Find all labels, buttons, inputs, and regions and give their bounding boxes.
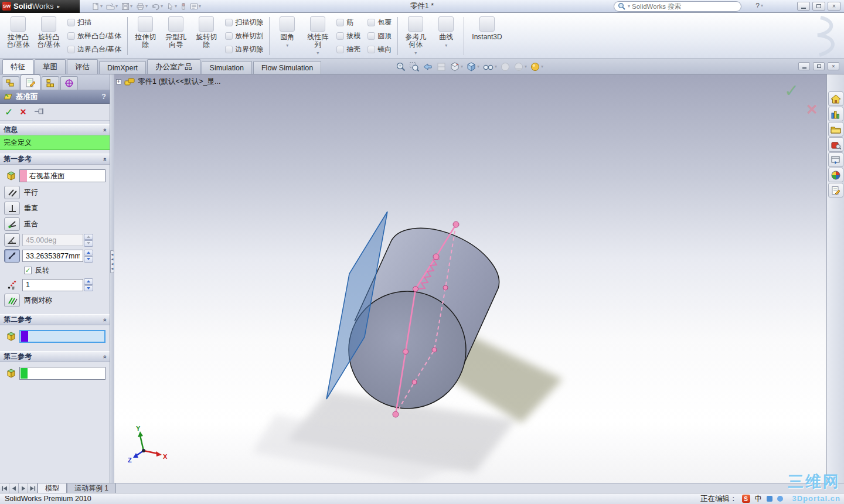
shell-button[interactable]: 抽壳 — [335, 44, 362, 55]
zoom-area-button[interactable] — [409, 61, 420, 73]
info-group-header[interactable]: 信息 » — [0, 124, 110, 135]
search-caret-icon[interactable]: ▾ — [628, 4, 630, 9]
feature-tree-flyout[interactable]: + 零件1 (默认<<默认>_显... — [116, 77, 220, 87]
expand-plus-icon[interactable]: + — [116, 79, 121, 84]
nav-next-button[interactable] — [19, 483, 28, 493]
third-reference-selection-box[interactable] — [19, 367, 106, 380]
revolved-cut-button[interactable]: 旋转切除 — [192, 15, 221, 57]
menu-expand-arrow-icon[interactable]: ▸ — [57, 4, 60, 9]
custom-properties-button[interactable] — [828, 183, 843, 197]
view-settings-button[interactable]: ▾ — [529, 61, 544, 73]
tab-simulation[interactable]: Simulation — [202, 61, 252, 74]
ime-language-indicator[interactable]: 中 — [755, 494, 763, 504]
first-reference-group-header[interactable]: 第一参考 » — [0, 154, 110, 165]
appearances-scenes-button[interactable] — [828, 168, 843, 182]
file-explorer-button[interactable] — [828, 122, 843, 137]
nav-prev-button[interactable] — [9, 483, 19, 493]
confirm-cancel-mark[interactable]: × — [806, 98, 818, 120]
view-palette-button[interactable] — [828, 152, 843, 167]
parallel-button[interactable] — [4, 186, 20, 199]
doc-close-button[interactable]: × — [828, 62, 839, 70]
edit-appearance-button[interactable] — [499, 61, 511, 73]
model-tab[interactable]: 模型 — [38, 483, 67, 493]
solidworks-resources-button[interactable] — [828, 91, 843, 106]
nav-last-button[interactable] — [28, 483, 38, 493]
rib-button[interactable]: 筋 — [335, 17, 362, 28]
tab-sketch[interactable]: 草图 — [35, 59, 66, 74]
tab-features[interactable]: 特征 — [2, 59, 33, 74]
options-button[interactable]: ▾ — [189, 2, 202, 11]
new-document-button[interactable]: ▾ — [90, 2, 104, 11]
graphics-viewport[interactable]: ✓ × Y X Z + 零件1 (默认<<默认>_显... — [111, 74, 826, 483]
minimize-button[interactable] — [797, 2, 810, 11]
perpendicular-button[interactable] — [4, 202, 20, 215]
flip-checkbox[interactable]: ✓ — [24, 267, 32, 274]
first-reference-selection-box[interactable]: 右视基准面 — [19, 169, 106, 182]
midplane-button[interactable] — [4, 294, 20, 307]
angle-spinner[interactable] — [84, 234, 93, 247]
undo-button[interactable]: ▾ — [150, 2, 164, 11]
close-button[interactable]: × — [828, 2, 840, 11]
pm-help-button[interactable]: ? — [101, 93, 106, 101]
plane-count-input[interactable] — [22, 279, 83, 291]
instant3d-button[interactable]: Instant3D — [467, 15, 506, 57]
coincident-button[interactable] — [4, 217, 20, 231]
select-button[interactable]: ▾ — [165, 2, 178, 11]
zoom-fit-button[interactable] — [395, 61, 407, 73]
boundary-cut-button[interactable]: 边界切除 — [223, 44, 265, 55]
boundary-boss-button[interactable]: 边界凸台/基体 — [66, 44, 123, 55]
tab-evaluate[interactable]: 评估 — [67, 59, 98, 74]
doc-minimize-button[interactable] — [798, 62, 810, 70]
tab-office-products[interactable]: 办公室产品 — [147, 59, 200, 74]
swept-cut-button[interactable]: 扫描切除 — [223, 17, 265, 28]
tab-dimxpert[interactable]: DimXpert — [99, 61, 146, 74]
search-toolbox-button[interactable] — [828, 137, 843, 152]
linear-pattern-button[interactable]: 线性阵列▾ — [303, 15, 332, 57]
doc-restore-button[interactable] — [813, 62, 825, 70]
second-reference-group-header[interactable]: 第二参考 » — [0, 314, 110, 325]
search-box[interactable]: ▾ — [614, 1, 741, 12]
distance-button[interactable] — [4, 249, 20, 263]
nav-first-button[interactable] — [0, 483, 9, 493]
view-orientation-button[interactable]: ▾ — [449, 61, 464, 73]
angle-input[interactable] — [22, 234, 83, 246]
motion-study-tab[interactable]: 运动算例 1 — [67, 483, 116, 493]
fillet-button[interactable]: 圆角▾ — [273, 15, 302, 57]
curves-button[interactable]: 曲线▾ — [431, 15, 461, 57]
wrap-button[interactable]: 包覆 — [366, 17, 393, 28]
splitter-collapse-handle[interactable]: ◀ ◀ ◀ ◀ — [110, 250, 114, 273]
restore-button[interactable] — [812, 2, 825, 11]
display-style-button[interactable]: ▾ — [465, 61, 480, 73]
search-input[interactable] — [632, 3, 737, 10]
design-library-button[interactable] — [828, 107, 843, 121]
measure-button[interactable] — [179, 2, 188, 11]
second-reference-selection-box[interactable] — [19, 330, 106, 343]
confirm-ok-mark[interactable]: ✓ — [784, 81, 799, 100]
distance-input[interactable] — [22, 250, 83, 262]
panel-splitter[interactable]: ◀ ◀ ◀ ◀ — [110, 74, 114, 483]
open-button[interactable]: ▾ — [105, 2, 119, 11]
revolved-boss-button[interactable]: 旋转凸台/基体 — [34, 15, 63, 57]
plane-count-spinner[interactable] — [84, 278, 93, 291]
extruded-boss-button[interactable]: 拉伸凸台/基体 — [4, 15, 33, 57]
property-manager-tab[interactable] — [21, 74, 40, 90]
ime-tool-icon[interactable] — [767, 496, 772, 502]
swept-boss-button[interactable]: 扫描 — [66, 17, 123, 28]
save-button[interactable]: ▾ — [120, 2, 134, 11]
ime-tool-icon[interactable] — [777, 496, 783, 502]
dome-button[interactable]: 圆顶 — [366, 30, 393, 42]
apply-scene-button[interactable]: ▾ — [513, 61, 528, 73]
section-view-button[interactable] — [435, 61, 447, 73]
hide-show-items-button[interactable]: ▾ — [482, 61, 498, 73]
extruded-cut-button[interactable]: 拉伸切除 — [131, 15, 160, 57]
pm-ok-button[interactable]: ✓ — [5, 107, 13, 117]
draft-button[interactable]: 拔模 — [335, 30, 362, 42]
dimxpert-manager-tab[interactable] — [60, 76, 78, 90]
lofted-boss-button[interactable]: 放样凸台/基体 — [66, 30, 123, 42]
hole-wizard-button[interactable]: 异型孔向导 — [161, 15, 190, 57]
distance-spinner[interactable] — [84, 250, 93, 263]
previous-view-button[interactable] — [422, 61, 434, 73]
lofted-cut-button[interactable]: 放样切割 — [223, 30, 265, 42]
angle-button[interactable] — [4, 233, 20, 247]
help-button[interactable]: ?▾ — [755, 2, 763, 10]
